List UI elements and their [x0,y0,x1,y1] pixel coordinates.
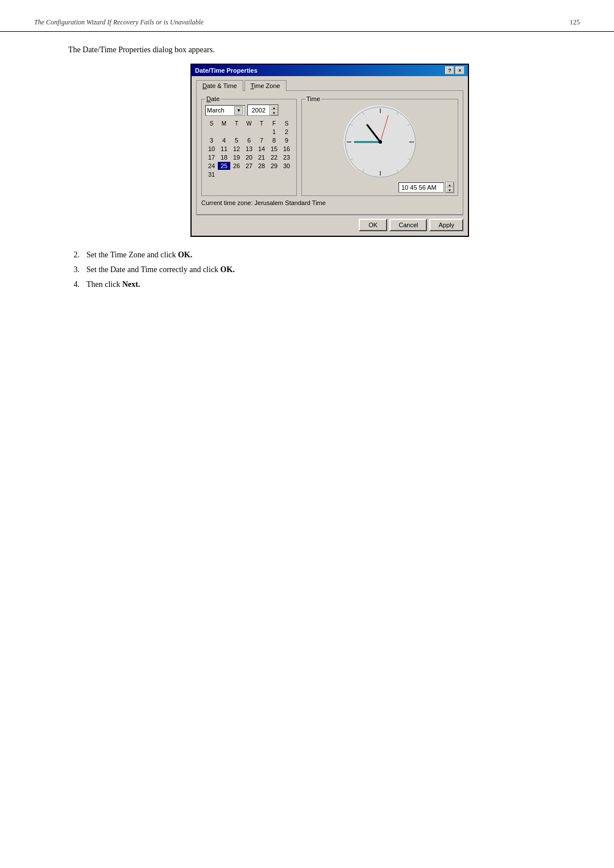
cal-cell [243,170,255,178]
cal-cell-24[interactable]: 24 [205,162,218,170]
cal-cell-28[interactable]: 28 [255,162,268,170]
dialog-footer: OK Cancel Apply [196,215,463,231]
time-display[interactable]: 10 45 56 AM [399,182,444,193]
cal-cell-26[interactable]: 26 [230,162,243,170]
date-legend: Date [205,95,221,102]
ok-button[interactable]: OK [359,219,387,231]
cal-cell-20[interactable]: 20 [243,153,255,161]
time-panel: Time [301,95,458,196]
cal-cell-21[interactable]: 21 [255,153,268,161]
year-value: 2002 [248,106,269,114]
dropdown-arrow-icon[interactable]: ▼ [234,106,243,115]
time-input-row: 10 45 56 AM ▲ ▼ [305,182,454,193]
cal-cell [218,170,230,178]
cal-cell[interactable] [255,128,268,136]
datetime-properties-dialog: Date/Time Properties ? × Date & Time Tim… [190,64,469,237]
month-value: March [207,107,225,114]
tab-bar: Date & Time Time Zone [196,80,463,91]
instruction-num: 3. [68,265,80,274]
cal-cell-8[interactable]: 8 [268,136,280,144]
year-up-button[interactable]: ▲ [270,105,278,110]
instruction-item-4: 4. Then click Next. [68,280,614,289]
dialog-container: Date/Time Properties ? × Date & Time Tim… [0,64,614,237]
page-header: The Configuration Wizard If Recovery Fai… [0,0,614,32]
instruction-text: Then click Next. [86,280,140,289]
calendar-header: S M T W T F S [205,120,293,127]
cal-cell [280,170,293,178]
instruction-num: 4. [68,280,80,289]
month-year-row: March ▼ 2002 ▲ ▼ [205,105,293,116]
cal-cell-6[interactable]: 6 [243,136,255,144]
cal-cell-25[interactable]: 25 [218,162,230,170]
clock-container [305,105,454,178]
dialog-title-buttons: ? × [445,66,464,74]
cal-cell-23[interactable]: 23 [280,153,293,161]
instruction-text: Set the Time Zone and click OK. [86,251,192,260]
cal-cell-19[interactable]: 19 [230,153,243,161]
calendar-grid: 1 2 3 4 5 6 7 8 9 10 [205,128,293,178]
tab-time-zone[interactable]: Time Zone [244,80,287,91]
help-button[interactable]: ? [445,66,454,74]
cal-cell [268,170,280,178]
page-header-title: The Configuration Wizard If Recovery Fai… [34,18,204,27]
cal-cell-27[interactable]: 27 [243,162,255,170]
dialog-titlebar: Date/Time Properties ? × [192,65,468,76]
cal-cell-4[interactable]: 4 [218,136,230,144]
year-down-button[interactable]: ▼ [270,110,278,115]
time-up-button[interactable]: ▲ [446,182,454,187]
date-panel: Date March ▼ 2002 ▲ ▼ [201,95,297,196]
cal-cell-22[interactable]: 22 [268,153,280,161]
tab-content: Date March ▼ 2002 ▲ ▼ [196,90,463,215]
year-spin-buttons: ▲ ▼ [269,105,278,115]
cal-cell[interactable] [243,128,255,136]
cal-cell-12[interactable]: 12 [230,145,243,153]
cal-cell[interactable] [205,128,218,136]
cal-cell-13[interactable]: 13 [243,145,255,153]
instruction-item-3: 3. Set the Date and Time correctly and c… [68,265,614,274]
dialog-body: Date & Time Time Zone Date March [192,76,468,236]
timezone-info: Current time zone: Jerusalem Standard Ti… [201,196,458,210]
cal-cell-30[interactable]: 30 [280,162,293,170]
cal-cell [230,170,243,178]
clock-face [343,105,417,178]
time-legend: Time [305,95,321,102]
cal-cell[interactable] [230,128,243,136]
cal-cell-15[interactable]: 15 [268,145,280,153]
cal-cell-5[interactable]: 5 [230,136,243,144]
month-dropdown[interactable]: March ▼ [205,105,245,116]
instruction-num: 2. [68,251,80,260]
cancel-button[interactable]: Cancel [389,219,427,231]
instructions-list: 2. Set the Time Zone and click OK. 3. Se… [0,251,614,289]
instruction-item-2: 2. Set the Time Zone and click OK. [68,251,614,260]
cal-cell-9[interactable]: 9 [280,136,293,144]
cal-cell-18[interactable]: 18 [218,153,230,161]
cal-cell-1[interactable]: 1 [268,128,280,136]
time-down-button[interactable]: ▼ [446,187,454,193]
cal-cell-11[interactable]: 11 [218,145,230,153]
time-spin-buttons: ▲ ▼ [445,182,454,193]
dialog-title: Date/Time Properties [195,67,258,74]
cal-cell [255,170,268,178]
tab-date-time[interactable]: Date & Time [196,80,243,91]
apply-button[interactable]: Apply [429,219,463,231]
cal-cell-14[interactable]: 14 [255,145,268,153]
intro-paragraph: The Date/Time Properties dialog box appe… [0,45,614,55]
cal-cell-29[interactable]: 29 [268,162,280,170]
cal-cell-7[interactable]: 7 [255,136,268,144]
close-button[interactable]: × [455,66,464,74]
panels-row: Date March ▼ 2002 ▲ ▼ [201,95,458,196]
cal-cell-2[interactable]: 2 [280,128,293,136]
cal-cell-3[interactable]: 3 [205,136,218,144]
clock-svg [343,105,417,179]
cal-cell[interactable] [218,128,230,136]
year-spinner[interactable]: 2002 ▲ ▼ [247,105,279,116]
page-number: 125 [570,18,580,27]
cal-cell-10[interactable]: 10 [205,145,218,153]
calendar: S M T W T F S [205,120,293,178]
cal-cell-16[interactable]: 16 [280,145,293,153]
svg-point-16 [379,140,382,144]
cal-cell-31[interactable]: 31 [205,170,218,178]
instruction-text: Set the Date and Time correctly and clic… [86,265,235,274]
cal-cell-17[interactable]: 17 [205,153,218,161]
